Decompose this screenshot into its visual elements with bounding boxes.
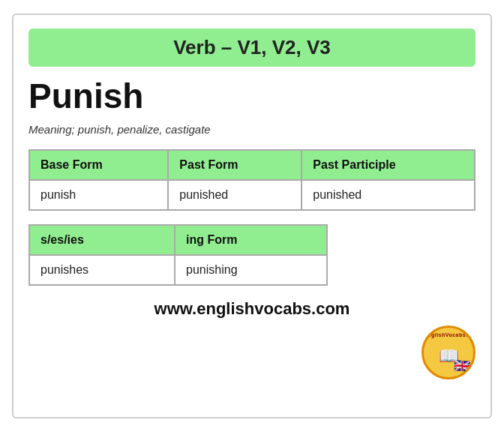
logo-text: EnglishVocabs.Com bbox=[424, 332, 473, 338]
card: Verb – V1, V2, V3 Punish Meaning; punish… bbox=[12, 14, 492, 418]
col-ses: s/es/ies bbox=[29, 225, 175, 255]
col-ing: ing Form bbox=[175, 225, 327, 255]
cell-base: punish bbox=[29, 180, 168, 210]
cell-past: punished bbox=[168, 180, 302, 210]
col-past-form: Past Form bbox=[168, 150, 302, 180]
title-banner: Verb – V1, V2, V3 bbox=[28, 28, 476, 67]
verb-word: Punish bbox=[28, 77, 476, 116]
verb-forms-table: Base Form Past Form Past Participle puni… bbox=[28, 149, 476, 211]
logo: EnglishVocabs.Com 📖 🇬🇧 bbox=[422, 326, 476, 380]
ses-ing-table: s/es/ies ing Form punishes punishing bbox=[28, 224, 328, 286]
cell-ing: punishing bbox=[175, 255, 327, 285]
cell-ses: punishes bbox=[29, 255, 175, 285]
website-url: www.englishvocabs.com bbox=[28, 299, 476, 319]
flag-icon: 🇬🇧 bbox=[454, 358, 470, 374]
table-row: punishes punishing bbox=[29, 255, 327, 285]
cell-participle: punished bbox=[302, 180, 475, 210]
col-base-form: Base Form bbox=[29, 150, 168, 180]
logo-circle: EnglishVocabs.Com 📖 🇬🇧 bbox=[422, 326, 476, 380]
verb-meaning: Meaning; punish, penalize, castigate bbox=[28, 123, 476, 136]
table-row: punish punished punished bbox=[29, 180, 475, 210]
banner-title: Verb – V1, V2, V3 bbox=[173, 36, 331, 58]
col-past-participle: Past Participle bbox=[302, 150, 475, 180]
